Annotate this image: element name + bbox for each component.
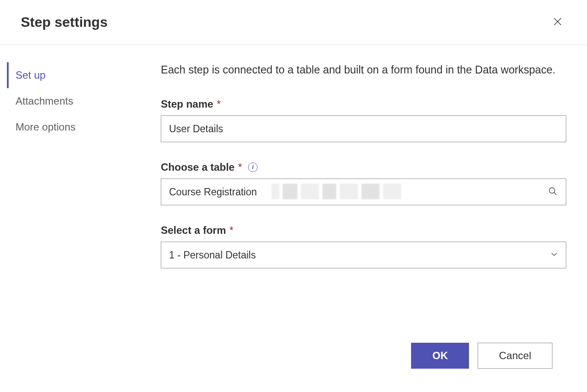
main-content: Each step is connected to a table and bu…	[147, 45, 587, 389]
description-text: Each step is connected to a table and bu…	[161, 62, 566, 77]
step-name-input[interactable]	[161, 115, 566, 142]
svg-point-2	[549, 188, 555, 193]
sidebar-item-label: Set up	[16, 69, 45, 81]
field-choose-table: Choose a table * i	[161, 161, 566, 205]
ok-button[interactable]: OK	[411, 343, 469, 369]
sidebar-item-label: More options	[16, 121, 76, 133]
label-text: Select a form	[161, 224, 226, 236]
select-form-dropdown[interactable]: 1 - Personal Details	[161, 242, 566, 268]
field-step-name: Step name *	[161, 98, 566, 142]
lookup-wrapper	[161, 178, 566, 205]
lookup-search-button[interactable]	[546, 185, 559, 199]
svg-line-3	[554, 192, 557, 195]
sidebar-nav: Set up Attachments More options	[0, 45, 147, 389]
search-icon	[548, 191, 558, 198]
sidebar-item-attachments[interactable]: Attachments	[7, 88, 147, 114]
footer-buttons: OK Cancel	[411, 343, 552, 369]
required-marker: *	[230, 224, 233, 236]
required-marker: *	[217, 98, 220, 110]
select-wrapper: 1 - Personal Details	[161, 242, 566, 268]
sidebar-item-setup[interactable]: Set up	[7, 62, 147, 88]
label-text: Step name	[161, 98, 213, 110]
dialog-title: Step settings	[21, 14, 108, 30]
field-label: Select a form *	[161, 224, 566, 236]
required-marker: *	[238, 161, 242, 173]
field-label: Choose a table * i	[161, 161, 566, 173]
sidebar-item-more-options[interactable]: More options	[7, 114, 147, 140]
label-text: Choose a table	[161, 161, 235, 173]
choose-table-input[interactable]	[161, 178, 566, 205]
dialog-body: Set up Attachments More options Each ste…	[0, 45, 587, 389]
cancel-button[interactable]: Cancel	[478, 343, 552, 369]
field-label: Step name *	[161, 98, 566, 110]
info-icon[interactable]: i	[248, 163, 258, 172]
field-select-form: Select a form * 1 - Personal Details	[161, 224, 566, 268]
close-button[interactable]	[549, 13, 566, 32]
dialog-header: Step settings	[0, 0, 587, 45]
close-icon	[552, 16, 563, 28]
sidebar-item-label: Attachments	[16, 95, 73, 107]
